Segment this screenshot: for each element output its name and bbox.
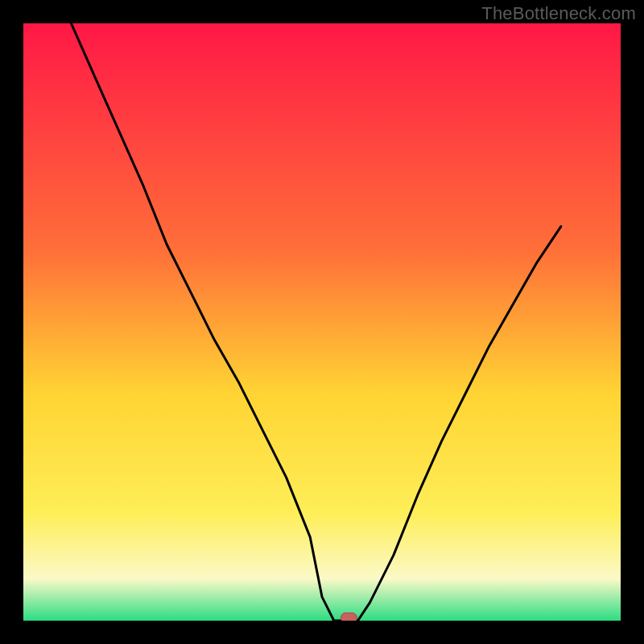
- watermark-text: TheBottleneck.com: [481, 3, 636, 24]
- chart-frame: TheBottleneck.com: [0, 0, 644, 644]
- gradient-background: [23, 23, 621, 621]
- optimal-marker: [341, 613, 357, 621]
- bottleneck-chart: [23, 23, 621, 621]
- chart-svg: [23, 23, 621, 621]
